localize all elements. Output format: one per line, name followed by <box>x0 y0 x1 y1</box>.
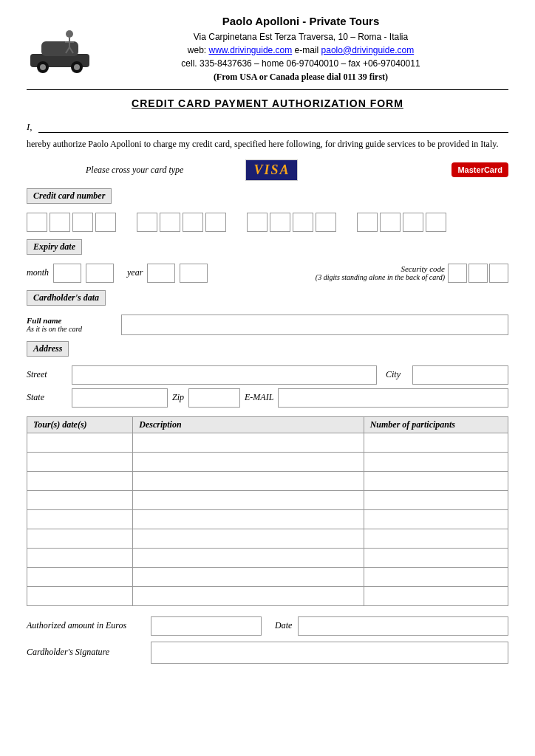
tour-num-2[interactable] <box>367 472 505 490</box>
tour-desc-8[interactable] <box>136 587 360 605</box>
cc-digit-16[interactable] <box>426 213 446 232</box>
tour-desc-0[interactable] <box>136 433 360 452</box>
cc-digit-9[interactable] <box>247 213 268 232</box>
cc-digit-2[interactable] <box>50 213 70 232</box>
authorize-text: hereby authorize Paolo Apolloni to charg… <box>27 137 508 151</box>
tour-num-8[interactable] <box>367 587 505 605</box>
street-label: Street <box>27 369 67 380</box>
fullname-label: Full name As it is on the card <box>27 316 115 333</box>
tour-date-5[interactable] <box>30 529 129 548</box>
tour-date-2[interactable] <box>30 472 129 490</box>
company-web: web: www.drivinguide.com e-mail paolo@dr… <box>93 44 508 57</box>
visa-text: VISA <box>253 162 290 177</box>
cc-digit-15[interactable] <box>403 213 423 232</box>
sec-digit-1[interactable] <box>448 264 467 283</box>
cc-digit-1[interactable] <box>27 213 47 232</box>
table-row <box>27 433 508 452</box>
tour-date-0[interactable] <box>30 433 129 452</box>
col-num-header: Number of participants <box>364 416 508 433</box>
state-label: State <box>27 392 67 403</box>
signature-input[interactable] <box>151 642 508 664</box>
tour-num-4[interactable] <box>367 510 505 529</box>
tour-desc-3[interactable] <box>136 491 360 509</box>
tour-desc-4[interactable] <box>136 510 360 529</box>
cc-digit-7[interactable] <box>183 213 203 232</box>
tour-num-5[interactable] <box>367 529 505 548</box>
cc-number-label: Credit card number <box>27 188 112 204</box>
zip-label: Zip <box>172 392 184 403</box>
cc-digit-4[interactable] <box>95 213 116 232</box>
security-sub: (3 digits standing alone in the back of … <box>316 273 445 281</box>
cc-digit-10[interactable] <box>270 213 290 232</box>
cc-digit-11[interactable] <box>293 213 313 232</box>
authorized-amount-input[interactable] <box>151 616 262 636</box>
cardholder-section: Cardholder's data Full name As it is on … <box>27 290 508 335</box>
table-row <box>27 567 508 586</box>
expiry-security-row: month year Security code (3 digits stand… <box>27 264 508 283</box>
tour-date-7[interactable] <box>30 568 129 586</box>
signature-label: Cardholder's Signature <box>27 647 145 658</box>
tour-date-6[interactable] <box>30 549 129 567</box>
state-input[interactable] <box>72 388 168 408</box>
tour-desc-2[interactable] <box>136 472 360 490</box>
svg-point-4 <box>40 64 46 70</box>
tour-date-3[interactable] <box>30 491 129 509</box>
tours-table: Tour(s) date(s) Description Number of pa… <box>27 416 508 606</box>
zip-input[interactable] <box>188 388 240 408</box>
year-field-2[interactable] <box>180 264 208 283</box>
i-label: I, <box>27 121 33 133</box>
tour-num-6[interactable] <box>367 549 505 567</box>
tour-date-8[interactable] <box>30 587 129 605</box>
cc-digit-5[interactable] <box>137 213 157 232</box>
tour-date-1[interactable] <box>30 453 129 471</box>
sec-digit-3[interactable] <box>489 264 508 283</box>
cc-group-4 <box>357 213 446 232</box>
month-field-2[interactable] <box>86 264 114 283</box>
svg-point-6 <box>66 30 73 38</box>
fullname-input[interactable] <box>121 315 508 335</box>
cc-digit-3[interactable] <box>72 213 93 232</box>
i-line: I, <box>27 120 508 133</box>
web-link[interactable]: www.drivinguide.com <box>209 45 293 55</box>
tour-num-7[interactable] <box>367 568 505 586</box>
tour-desc-5[interactable] <box>136 529 360 548</box>
header-text: Paolo Apolloni - Private Tours Via Carpi… <box>93 13 508 83</box>
svg-point-5 <box>74 64 80 70</box>
tour-desc-6[interactable] <box>136 549 360 567</box>
signature-row: Cardholder's Signature <box>27 642 508 664</box>
col-date-header: Tour(s) date(s) <box>27 416 133 433</box>
tour-num-0[interactable] <box>367 433 505 452</box>
tour-date-4[interactable] <box>30 510 129 529</box>
header-divider <box>27 89 508 90</box>
year-field-1[interactable] <box>147 264 175 283</box>
tour-desc-1[interactable] <box>136 453 360 471</box>
sec-digit-2[interactable] <box>468 264 488 283</box>
month-field-1[interactable] <box>53 264 81 283</box>
cc-digit-6[interactable] <box>160 213 180 232</box>
authorized-amount-label: Authorized amount in Euros <box>27 620 145 631</box>
email-link[interactable]: paolo@drivinguide.com <box>321 45 415 55</box>
address-section: Address Street City State Zip E-MAIL <box>27 341 508 408</box>
tour-desc-7[interactable] <box>136 568 360 586</box>
cc-digit-14[interactable] <box>380 213 401 232</box>
date-input[interactable] <box>298 616 508 636</box>
email-field-label: E-MAIL <box>245 392 273 403</box>
cc-digit-8[interactable] <box>205 213 226 232</box>
table-row <box>27 586 508 605</box>
company-address: Via Carpinetana Est Terza Traversa, 10 –… <box>93 30 508 44</box>
state-zip-email-row: State Zip E-MAIL <box>27 388 508 408</box>
name-field[interactable] <box>38 120 508 133</box>
year-label: year <box>127 267 143 278</box>
cc-digit-13[interactable] <box>357 213 378 232</box>
street-input[interactable] <box>72 365 377 385</box>
tour-num-3[interactable] <box>367 491 505 509</box>
card-type-label: Please cross your card type <box>86 165 183 176</box>
city-label: City <box>386 369 408 380</box>
tour-num-1[interactable] <box>367 453 505 471</box>
company-notice: (From USA or Canada please dial 011 39 f… <box>93 70 508 83</box>
visa-badge: VISA <box>245 159 298 181</box>
city-input[interactable] <box>412 365 508 385</box>
cc-digit-12[interactable] <box>316 213 336 232</box>
email-input[interactable] <box>278 388 508 408</box>
authorized-amount-row: Authorized amount in Euros Date <box>27 616 508 636</box>
